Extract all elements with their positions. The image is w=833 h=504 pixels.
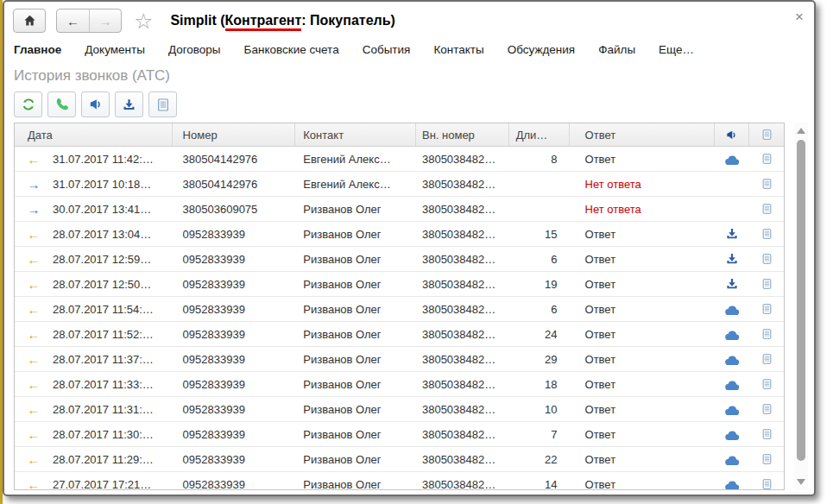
cell-card[interactable] xyxy=(749,428,784,440)
cell-duration: 8 xyxy=(509,153,570,166)
save-record-button[interactable] xyxy=(115,91,143,117)
record-card-icon xyxy=(761,328,773,340)
call-button[interactable] xyxy=(47,91,76,117)
header-answer[interactable]: Ответ xyxy=(570,123,716,146)
nav-item-sobytiya[interactable]: События xyxy=(363,43,411,56)
scroll-up-icon[interactable] xyxy=(797,128,805,134)
download-icon xyxy=(725,227,739,241)
call-row[interactable]: ← 28.07.2017 11:29:… 0952833939 Ризванов… xyxy=(15,447,784,472)
cell-media[interactable] xyxy=(715,277,749,291)
cell-media[interactable] xyxy=(715,252,749,266)
vertical-scrollbar[interactable] xyxy=(794,123,808,490)
cell-card[interactable] xyxy=(749,403,784,415)
cell-media[interactable] xyxy=(715,478,749,491)
cell-card[interactable] xyxy=(749,203,784,215)
call-row[interactable]: ← 28.07.2017 11:31:… 0952833939 Ризванов… xyxy=(15,397,784,422)
nav-item-dokumenty[interactable]: Документы xyxy=(85,43,145,56)
call-row[interactable]: ← 31.07.2017 11:42:… 380504142976 Евгени… xyxy=(15,147,784,172)
cell-media[interactable] xyxy=(715,428,749,441)
nav-item-obsuzhdeniya[interactable]: Обсуждения xyxy=(508,43,575,56)
header-duration[interactable]: Дли… xyxy=(509,123,570,146)
nav-item-kontakty[interactable]: Контакты xyxy=(433,43,483,56)
cell-date: ← 28.07.2017 11:33:… xyxy=(15,377,173,392)
incoming-call-icon: ← xyxy=(15,352,53,367)
record-card-icon xyxy=(761,428,773,440)
scrollbar-thumb[interactable] xyxy=(797,140,805,461)
favorite-star-icon[interactable]: ☆ xyxy=(134,9,153,32)
cell-card[interactable] xyxy=(749,178,784,190)
record-card-icon xyxy=(761,228,773,240)
cell-contact: Ризванов Олег xyxy=(295,478,416,491)
call-row[interactable]: ← 28.07.2017 11:52:… 0952833939 Ризванов… xyxy=(15,322,784,347)
cell-card[interactable] xyxy=(749,453,784,465)
cell-card[interactable] xyxy=(749,278,784,290)
header-number[interactable]: Номер xyxy=(173,123,296,146)
header-contact[interactable]: Контакт xyxy=(295,123,416,146)
cell-media[interactable] xyxy=(715,303,749,316)
cell-contact: Евгений Алекс… xyxy=(295,178,416,191)
cell-card[interactable] xyxy=(749,303,784,315)
playback-button[interactable] xyxy=(81,91,110,117)
cell-card[interactable] xyxy=(749,353,784,365)
cell-date: ← 28.07.2017 13:04… xyxy=(15,227,173,242)
call-row[interactable]: ← 28.07.2017 12:59… 0952833939 Ризванов … xyxy=(15,247,784,272)
call-row[interactable]: → 31.07.2017 10:18… 380504142976 Евгений… xyxy=(15,172,784,197)
forward-button[interactable]: → xyxy=(89,9,121,32)
refresh-button[interactable] xyxy=(14,91,42,117)
cell-media[interactable] xyxy=(715,378,749,391)
call-row[interactable]: ← 28.07.2017 11:37:… 0952833939 Ризванов… xyxy=(15,347,784,372)
cell-media[interactable] xyxy=(715,403,749,416)
nav-item-faily[interactable]: Файлы xyxy=(598,43,635,56)
cell-duration: 6 xyxy=(509,253,570,266)
call-row[interactable]: → 30.07.2017 13:41… 380503609075 Ризвано… xyxy=(15,197,784,222)
cell-media[interactable] xyxy=(715,353,749,366)
cell-contact: Ризванов Олег xyxy=(295,453,416,466)
cell-card[interactable] xyxy=(749,328,784,340)
cell-card[interactable] xyxy=(749,228,784,240)
back-button[interactable]: ← xyxy=(57,9,89,32)
nav-item-bankovskie-scheta[interactable]: Банковские счета xyxy=(244,43,339,56)
cell-media[interactable] xyxy=(715,453,749,466)
nav-item-glavnoe[interactable]: Главное xyxy=(14,43,61,56)
call-row[interactable]: ← 28.07.2017 13:04… 0952833939 Ризванов … xyxy=(15,222,784,247)
cell-answer: Ответ xyxy=(570,228,716,241)
header-media[interactable] xyxy=(715,123,749,146)
cell-ext-number: 3805038482… xyxy=(416,328,509,341)
open-card-button[interactable] xyxy=(148,91,177,117)
call-row[interactable]: ← 28.07.2017 11:54:… 0952833939 Ризванов… xyxy=(15,297,784,322)
cell-media[interactable] xyxy=(715,227,749,241)
cell-media[interactable] xyxy=(715,328,749,341)
header-ext-number[interactable]: Вн. номер xyxy=(416,123,509,146)
cell-ext-number: 3805038482… xyxy=(416,403,509,416)
cell-answer: Ответ xyxy=(570,478,716,491)
cell-card[interactable] xyxy=(749,478,784,490)
call-row[interactable]: ← 28.07.2017 11:30:… 0952833939 Ризванов… xyxy=(15,422,784,447)
incoming-call-icon: ← xyxy=(15,227,53,242)
scroll-down-icon[interactable] xyxy=(797,479,805,485)
call-history-table: Дата Номер Контакт Вн. номер Дли… Ответ xyxy=(14,123,785,490)
home-button[interactable] xyxy=(13,9,46,33)
outgoing-call-icon: → xyxy=(15,202,53,217)
cell-date: ← 28.07.2017 12:50… xyxy=(15,277,173,292)
cell-answer: Ответ xyxy=(570,278,716,291)
cell-card[interactable] xyxy=(749,378,784,390)
header-card[interactable] xyxy=(749,123,784,146)
cell-answer: Ответ xyxy=(570,303,716,316)
call-row[interactable]: ← 28.07.2017 12:50… 0952833939 Ризванов … xyxy=(15,272,784,297)
nav-item-dogovory[interactable]: Договоры xyxy=(168,43,221,56)
incoming-call-icon: ← xyxy=(15,302,53,317)
cell-card[interactable] xyxy=(749,253,784,265)
cell-contact: Ризванов Олег xyxy=(295,203,416,216)
record-card-icon xyxy=(761,453,773,465)
cell-ext-number: 3805038482… xyxy=(416,353,509,366)
cell-media[interactable] xyxy=(715,153,749,166)
close-button[interactable]: × xyxy=(795,10,804,24)
nav-item-esche[interactable]: Еще… xyxy=(659,43,694,56)
cell-card[interactable] xyxy=(749,153,784,165)
cloud-icon xyxy=(724,328,741,341)
date-value: 28.07.2017 11:29:… xyxy=(53,453,154,466)
header-date[interactable]: Дата xyxy=(15,123,173,146)
download-icon xyxy=(725,277,739,291)
call-row[interactable]: ← 28.07.2017 11:33:… 0952833939 Ризванов… xyxy=(15,372,784,397)
call-row[interactable]: ← 27.07.2017 17:21… 0952833939 Ризванов … xyxy=(15,472,784,490)
